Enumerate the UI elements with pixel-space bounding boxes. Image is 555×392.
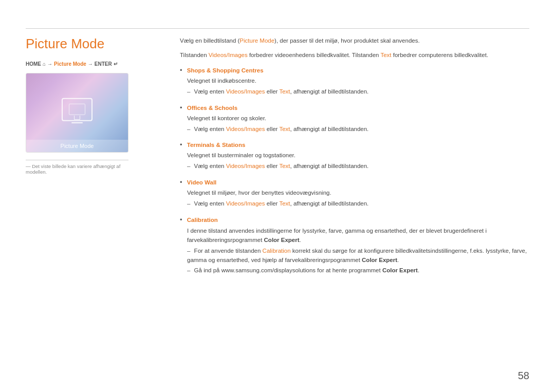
offices-sub-post: , afhængigt af billedtilstanden. bbox=[290, 126, 369, 132]
image-background: Picture Mode bbox=[26, 73, 128, 152]
terminals-sub-mid: eller bbox=[265, 163, 280, 169]
breadcrumb: HOME ⌂ → Picture Mode → ENTER ↵ bbox=[26, 61, 159, 67]
enter-label: ENTER bbox=[95, 61, 112, 67]
intro-picture-mode-link: Picture Mode bbox=[239, 38, 274, 44]
image-label: Picture Mode bbox=[26, 140, 128, 152]
home-label: HOME bbox=[26, 61, 41, 67]
left-column: Picture Mode HOME ⌂ → Picture Mode → ENT… bbox=[26, 36, 159, 371]
intro-paragraph-1: Vælg en billedtilstand (Picture Mode), d… bbox=[180, 36, 529, 45]
videowall-sub-pre: Vælg enten bbox=[194, 200, 226, 207]
arrow2: → bbox=[88, 61, 93, 67]
calib-sub1-end: . bbox=[397, 257, 399, 263]
shops-desc: Velegnet til indkøbscentre. bbox=[187, 77, 529, 86]
calib-sub1-pre: For at anvende tilstanden bbox=[194, 248, 263, 254]
picture-mode-image: Picture Mode bbox=[26, 73, 128, 153]
offices-videos: Videos/Images bbox=[226, 126, 265, 132]
intro-text-link: Text bbox=[380, 52, 391, 58]
shops-sub-mid: eller bbox=[265, 88, 280, 95]
terminals-sub-post: , afhængigt af billedtilstanden. bbox=[290, 163, 369, 169]
calib-sub2-text: Gå ind på www.samsung.com/displaysolutio… bbox=[194, 267, 382, 273]
footnote: ― Det viste billede kan variere afhængig… bbox=[26, 160, 128, 175]
offices-sub-mid: eller bbox=[265, 126, 280, 132]
list-item-offices: Offices & Schools Velegnet til kontorer … bbox=[180, 103, 529, 134]
calibration-title: Calibration bbox=[187, 217, 218, 223]
color-expert-ref2: Color Expert bbox=[362, 257, 397, 263]
intro-p2-pre: Tilstanden bbox=[180, 52, 209, 58]
feature-list: Shops & Shopping Centres Velegnet til in… bbox=[180, 65, 529, 275]
tv-stand bbox=[74, 116, 80, 120]
videowall-title: Video Wall bbox=[187, 179, 217, 185]
list-item-calibration: Calibration I denne tilstand anvendes in… bbox=[180, 215, 529, 275]
calibration-sub2: Gå ind på www.samsung.com/displaysolutio… bbox=[187, 266, 529, 275]
calib-sub2-end: . bbox=[418, 267, 419, 273]
calibration-sub1: For at anvende tilstanden Calibration ko… bbox=[187, 247, 529, 265]
list-item-terminals: Terminals & Stations Velegnet til buster… bbox=[180, 140, 529, 171]
list-item-shops: Shops & Shopping Centres Velegnet til in… bbox=[180, 65, 529, 97]
top-divider bbox=[26, 28, 529, 29]
videowall-sub: Vælg enten Videos/Images eller Text, afh… bbox=[187, 199, 529, 209]
offices-title: Offices & Schools bbox=[187, 105, 237, 111]
calibration-link: Calibration bbox=[263, 248, 291, 254]
arrow1: → bbox=[47, 61, 52, 67]
shops-text: Text bbox=[279, 88, 290, 95]
home-icon: ⌂ bbox=[43, 61, 46, 67]
offices-desc: Velegnet til kontorer og skoler. bbox=[187, 114, 529, 123]
intro-p2-mid: forbedrer videoenhedens billedkvalitet. … bbox=[248, 52, 381, 58]
tv-base bbox=[71, 122, 83, 123]
right-column: Vælg en billedtilstand (Picture Mode), d… bbox=[180, 36, 529, 371]
shops-sub-pre: Vælg enten bbox=[194, 88, 226, 95]
page-number: 58 bbox=[518, 370, 529, 382]
offices-sub: Vælg enten Videos/Images eller Text, afh… bbox=[187, 125, 529, 134]
offices-text: Text bbox=[279, 126, 290, 132]
videowall-desc: Velegnet til miljøer, hvor der benyttes … bbox=[187, 189, 529, 198]
list-item-videowall: Video Wall Velegnet til miljøer, hvor de… bbox=[180, 177, 529, 209]
terminals-sub: Vælg enten Videos/Images eller Text, afh… bbox=[187, 162, 529, 171]
shops-title: Shops & Shopping Centres bbox=[187, 67, 264, 73]
shops-sub-post: , afhængigt af billedtilstanden. bbox=[290, 88, 369, 95]
terminals-text: Text bbox=[279, 163, 290, 169]
terminals-videos: Videos/Images bbox=[226, 163, 265, 169]
intro-paragraph-2: Tilstanden Videos/Images forbedrer video… bbox=[180, 50, 529, 60]
shops-sub: Vælg enten Videos/Images eller Text, afh… bbox=[187, 87, 529, 97]
intro-videos-link: Videos/Images bbox=[209, 52, 248, 58]
intro-text-pre: Vælg en billedtilstand ( bbox=[180, 38, 239, 44]
enter-icon: ↵ bbox=[114, 61, 118, 67]
intro-text-post: ), der passer til det miljø, hvor produk… bbox=[274, 38, 420, 44]
page-title: Picture Mode bbox=[26, 36, 159, 52]
videowall-videos: Videos/Images bbox=[226, 200, 265, 207]
videowall-text: Text bbox=[279, 200, 290, 207]
calibration-desc1: I denne tilstand anvendes indstillingern… bbox=[187, 226, 529, 245]
terminals-desc: Velegnet til busterminaler og togstation… bbox=[187, 151, 529, 160]
color-expert-ref3: Color Expert bbox=[382, 267, 418, 273]
intro-p2-post: forbedrer computerens billedkvalitet. bbox=[392, 52, 489, 58]
terminals-title: Terminals & Stations bbox=[187, 142, 246, 148]
page-container: Picture Mode HOME ⌂ → Picture Mode → ENT… bbox=[26, 36, 529, 371]
offices-sub-pre: Vælg enten bbox=[194, 126, 226, 132]
videowall-sub-post: , afhængigt af billedtilstanden. bbox=[290, 200, 369, 207]
terminals-sub-pre: Vælg enten bbox=[194, 163, 226, 169]
shops-videos: Videos/Images bbox=[226, 88, 265, 95]
picture-mode-link: Picture Mode bbox=[54, 61, 86, 67]
color-expert-ref1: Color Expert bbox=[264, 237, 300, 243]
videowall-sub-mid: eller bbox=[265, 200, 280, 207]
